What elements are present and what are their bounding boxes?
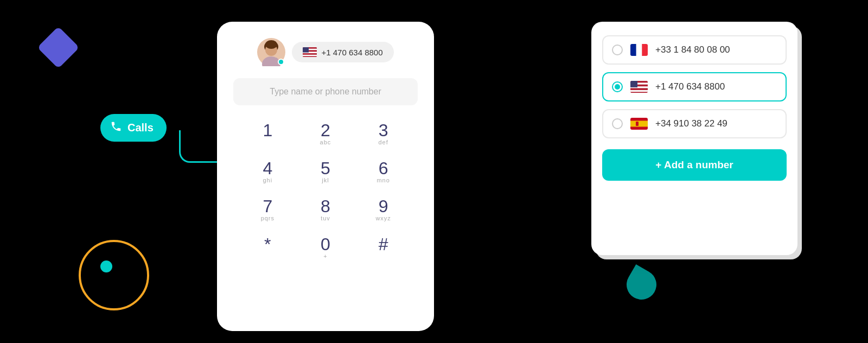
dial-key-hash[interactable]: # xyxy=(354,230,412,266)
svg-rect-28 xyxy=(636,122,639,126)
flag-us-small xyxy=(303,47,317,57)
flag-us xyxy=(630,81,648,93)
avatar-container xyxy=(257,38,285,66)
dialpad-card: +1 470 634 8800 Type name or phone numbe… xyxy=(217,22,434,331)
dialpad-header: +1 470 634 8800 xyxy=(233,38,418,66)
dial-key-star[interactable]: * xyxy=(239,230,297,266)
calls-label: Calls xyxy=(127,122,154,134)
svg-rect-25 xyxy=(630,81,637,87)
phone-display[interactable]: +1 470 634 8800 xyxy=(292,42,393,62)
phone-icon xyxy=(110,120,122,135)
number-text-us: +1 470 634 8800 xyxy=(655,81,725,92)
dial-key-6[interactable]: 6 mno xyxy=(354,154,412,190)
dial-key-2[interactable]: 2 abc xyxy=(297,116,355,152)
svg-rect-13 xyxy=(303,47,309,53)
dial-key-9[interactable]: 9 wxyz xyxy=(354,192,412,228)
calls-badge[interactable]: Calls xyxy=(100,114,167,142)
radio-fr[interactable] xyxy=(612,45,623,55)
flag-es xyxy=(630,118,648,130)
svg-rect-15 xyxy=(630,44,636,56)
dial-key-7[interactable]: 7 pqrs xyxy=(239,192,297,228)
dial-key-4[interactable]: 4 ghi xyxy=(239,154,297,190)
search-input-area[interactable]: Type name or phone number xyxy=(233,78,418,105)
svg-rect-23 xyxy=(630,90,648,92)
svg-point-3 xyxy=(265,40,277,49)
number-text-es: +34 910 38 22 49 xyxy=(655,118,727,129)
number-item-us[interactable]: +1 470 634 8800 xyxy=(602,72,787,101)
dial-key-5[interactable]: 5 jkl xyxy=(297,154,355,190)
dial-key-3[interactable]: 3 def xyxy=(354,116,412,152)
number-item-fr[interactable]: +33 1 84 80 08 00 xyxy=(602,35,787,65)
radio-es[interactable] xyxy=(612,118,623,129)
svg-rect-24 xyxy=(630,92,648,93)
number-text-fr: +33 1 84 80 08 00 xyxy=(655,45,730,55)
deco-orange-circle xyxy=(79,240,149,310)
dial-key-1[interactable]: 1 xyxy=(239,116,297,152)
numbers-card: +33 1 84 80 08 00 +1 470 634 8800 +34 91… xyxy=(591,22,797,255)
search-placeholder: Type name or phone number xyxy=(270,87,381,96)
add-number-button[interactable]: + Add a number xyxy=(602,149,787,181)
svg-rect-11 xyxy=(303,55,317,56)
dial-key-0[interactable]: 0 + xyxy=(297,230,355,266)
svg-rect-12 xyxy=(303,56,317,57)
svg-rect-22 xyxy=(630,88,648,90)
radio-us[interactable] xyxy=(612,81,623,92)
number-item-es[interactable]: +34 910 38 22 49 xyxy=(602,109,787,138)
svg-rect-10 xyxy=(303,53,317,55)
dialpad-grid: 1 2 abc 3 def 4 ghi 5 jkl 6 mno 7 pqrs xyxy=(233,116,418,266)
deco-diamond xyxy=(37,27,80,69)
deco-teal-leaf xyxy=(621,264,662,305)
svg-rect-16 xyxy=(642,44,648,56)
dialpad-phone-number: +1 470 634 8800 xyxy=(321,48,382,57)
flag-fr xyxy=(630,44,648,56)
svg-rect-27 xyxy=(630,121,648,127)
dial-key-8[interactable]: 8 tuv xyxy=(297,192,355,228)
